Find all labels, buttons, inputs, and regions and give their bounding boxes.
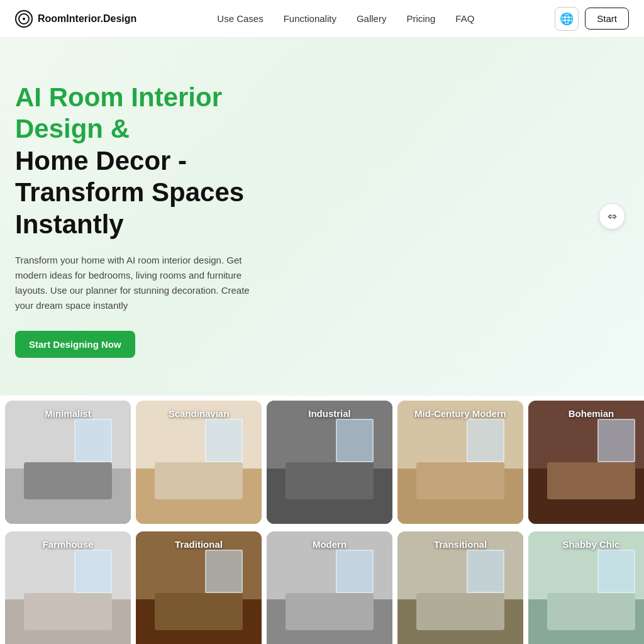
card-label-traditional: Traditional — [136, 539, 262, 550]
logo-text: RoomInterior.Design — [38, 13, 136, 25]
hero-heading: AI Room Interior Design & Home Decor - T… — [15, 82, 317, 240]
nav-item-gallery[interactable]: Gallery — [357, 13, 387, 24]
gallery-row-2: Farmhouse Traditional Modern Transitiona… — [0, 526, 644, 644]
card-label-minimalist: Minimalist — [5, 408, 131, 419]
gallery-card-midcentury[interactable]: Mid-Century Modern — [397, 401, 523, 524]
gallery-card-scandinavian[interactable]: Scandinavian — [136, 401, 262, 524]
gallery-card-bohemian[interactable]: Bohemian — [528, 401, 644, 524]
card-label-transitional: Transitional — [397, 539, 523, 550]
swap-button[interactable]: ⇔ — [599, 203, 625, 230]
logo-icon — [15, 10, 33, 28]
hero-content: AI Room Interior Design & Home Decor - T… — [15, 82, 317, 358]
hero-section: AI Room Interior Design & Home Decor - T… — [0, 38, 644, 396]
card-label-midcentury: Mid-Century Modern — [397, 408, 523, 419]
card-label-modern: Modern — [267, 539, 392, 550]
globe-button[interactable]: 🌐 — [555, 7, 579, 31]
gallery-section: Minimalist Scandinavian Industrial Mid-C… — [0, 396, 644, 644]
card-label-shabby: Shabby Chic — [528, 539, 644, 550]
nav-item-functionality[interactable]: Functionality — [284, 13, 336, 24]
nav-item-faq[interactable]: FAQ — [455, 13, 474, 24]
nav-menu: Use CasesFunctionalityGalleryPricingFAQ — [217, 13, 474, 25]
cta-button[interactable]: Start Designing Now — [15, 331, 135, 358]
gallery-card-industrial[interactable]: Industrial — [267, 401, 392, 524]
gallery-card-minimalist[interactable]: Minimalist — [5, 401, 131, 524]
nav-item-use-cases[interactable]: Use Cases — [217, 13, 263, 24]
start-button[interactable]: Start — [585, 8, 629, 30]
card-label-farmhouse: Farmhouse — [5, 539, 131, 550]
card-label-bohemian: Bohemian — [528, 408, 644, 419]
hero-heading-green: AI Room Interior Design & — [15, 82, 222, 143]
hero-heading-black: Home Decor - Transform Spaces Instantly — [15, 146, 244, 239]
gallery-card-traditional[interactable]: Traditional — [136, 531, 262, 644]
navbar: RoomInterior.Design Use CasesFunctionali… — [0, 0, 644, 38]
logo-link[interactable]: RoomInterior.Design — [15, 10, 136, 28]
card-label-scandinavian: Scandinavian — [136, 408, 262, 419]
hero-description: Transform your home with AI room interio… — [15, 253, 267, 313]
gallery-card-transitional[interactable]: Transitional — [397, 531, 523, 644]
navbar-actions: 🌐 Start — [555, 7, 629, 31]
gallery-card-farmhouse[interactable]: Farmhouse — [5, 531, 131, 644]
nav-item-pricing[interactable]: Pricing — [406, 13, 435, 24]
gallery-row-1: Minimalist Scandinavian Industrial Mid-C… — [0, 396, 644, 526]
card-label-industrial: Industrial — [267, 408, 392, 419]
gallery-card-shabby[interactable]: Shabby Chic — [528, 531, 644, 644]
gallery-card-modern[interactable]: Modern — [267, 531, 392, 644]
